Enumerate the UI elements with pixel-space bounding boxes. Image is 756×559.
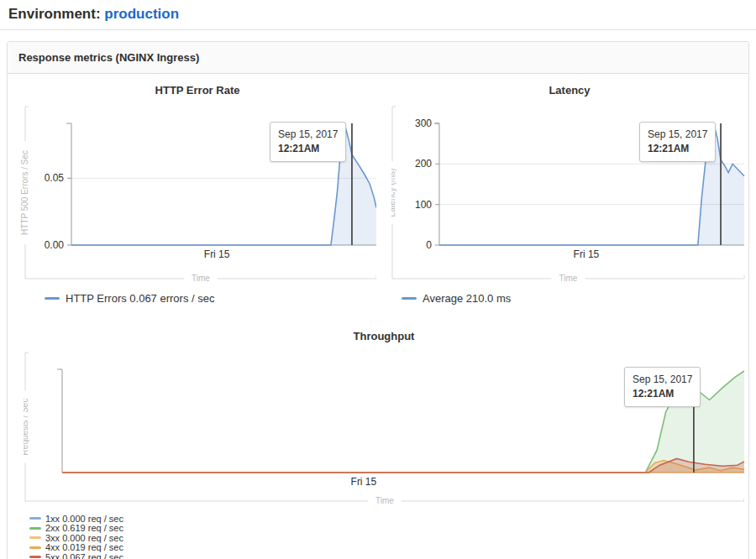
- x-axis-label: Time: [559, 274, 578, 283]
- legend-label: 5xx 0.067 req / sec: [45, 552, 123, 559]
- legend-marker: [29, 536, 41, 539]
- legend-marker: [45, 297, 60, 300]
- x-tick-label: Fri 15: [351, 476, 377, 488]
- legend-item: HTTP Errors 0.067 errors / sec: [45, 291, 376, 305]
- y-tick-label: 0: [426, 239, 432, 251]
- tooltip-time: 12:21AM: [633, 387, 692, 401]
- series-line-5xx: [62, 458, 744, 473]
- x-tick-label: Fri 15: [204, 248, 230, 260]
- chart-title: Latency: [391, 84, 748, 97]
- legend-item: 2xx 0.619 req / sec: [29, 524, 744, 534]
- y-axis: [66, 123, 71, 245]
- series-area-4xx: [62, 461, 744, 473]
- environment-header: Environment: production: [0, 0, 756, 30]
- response-metrics-panel: Response metrics (NGINX Ingress) HTTP Er…: [7, 41, 749, 559]
- tooltip-date: Sep 15, 2017: [633, 373, 692, 387]
- tooltip-date: Sep 15, 2017: [648, 128, 707, 142]
- x-tick-label: Fri 15: [574, 248, 600, 260]
- x-axis-label: Time: [375, 496, 394, 505]
- y-axis: [57, 369, 62, 473]
- chart-legend: HTTP Errors 0.067 errors / sec: [45, 291, 376, 305]
- tooltip-time: 12:21AM: [648, 142, 707, 156]
- y-axis-label: HTTP 500 Errors / Sec: [20, 150, 29, 235]
- legend-marker: [29, 546, 41, 549]
- legend-item: 1xx 0.000 req / sec: [29, 514, 744, 524]
- legend-label: 4xx 0.019 req / sec: [45, 542, 123, 552]
- y-axis-label: Requests / Sec: [24, 399, 29, 456]
- chart-tooltip: Sep 15, 2017 12:21AM: [639, 122, 716, 162]
- series-line-4xx: [62, 461, 744, 473]
- chart-latency: Latency 0100200300Fri 15Latency (ms)Time…: [391, 84, 748, 305]
- panel-body: HTTP Error Rate 0.000.05Fri 15HTTP 500 E…: [8, 74, 748, 559]
- chart-http-error-rate: HTTP Error Rate 0.000.05Fri 15HTTP 500 E…: [18, 84, 376, 305]
- chart-title: HTTP Error Rate: [18, 84, 376, 97]
- chart-throughput: Throughput Fri 15Requests / SecTime Sep …: [24, 330, 744, 559]
- chart-title: Throughput: [24, 330, 744, 343]
- legend-item: 3xx 0.000 req / sec: [29, 533, 744, 543]
- legend-marker: [29, 517, 41, 520]
- chart-tooltip: Sep 15, 2017 12:21AM: [270, 122, 346, 162]
- chart-legend: 1xx 0.000 req / sec 2xx 0.619 req / sec …: [29, 514, 744, 559]
- environment-label: Environment:: [8, 6, 101, 22]
- tooltip-time: 12:21AM: [278, 142, 338, 156]
- legend-marker: [29, 527, 41, 530]
- chart-legend: Average 210.0 ms: [402, 291, 748, 305]
- panel-title: Response metrics (NGINX Ingress): [8, 42, 748, 74]
- x-axis-label: Time: [192, 274, 210, 283]
- y-tick-label: 0.00: [45, 239, 65, 251]
- environment-link[interactable]: production: [104, 6, 179, 22]
- legend-label: Average 210.0 ms: [423, 292, 511, 305]
- legend-marker: [402, 297, 417, 300]
- legend-label: 3xx 0.000 req / sec: [45, 533, 123, 543]
- y-axis-label: Latency (ms): [391, 169, 396, 217]
- legend-label: 1xx 0.000 req / sec: [45, 514, 123, 524]
- y-tick-label: 300: [415, 118, 432, 129]
- tooltip-date: Sep 15, 2017: [278, 128, 338, 142]
- legend-item: 5xx 0.067 req / sec: [29, 552, 744, 559]
- legend-item: Average 210.0 ms: [402, 291, 748, 305]
- legend-item: 4xx 0.019 req / sec: [29, 543, 744, 553]
- chart-tooltip: Sep 15, 2017 12:21AM: [624, 367, 701, 407]
- y-tick-label: 200: [415, 158, 432, 170]
- series-area-5xx: [62, 458, 744, 473]
- legend-label: HTTP Errors 0.067 errors / sec: [66, 292, 214, 305]
- legend-label: 2xx 0.619 req / sec: [45, 523, 123, 533]
- y-tick-label: 0.05: [45, 172, 65, 184]
- y-axis: [434, 123, 439, 245]
- y-tick-label: 100: [415, 199, 432, 211]
- legend-marker: [29, 556, 41, 558]
